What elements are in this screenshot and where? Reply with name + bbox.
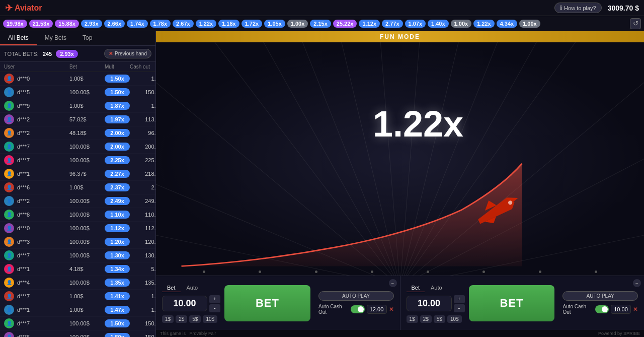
panel1-tab-bet[interactable]: Bet [162,284,181,292]
username: d***2 [17,198,30,204]
mult-tag-0[interactable]: 19.98x [3,20,27,28]
graph-dot [595,271,597,273]
mult-tag-4[interactable]: 2.66x [104,20,125,28]
mult-tag-1[interactable]: 21.53x [29,20,53,28]
previous-hand-button[interactable]: ✕ Previous hand [104,49,151,58]
panel1-amount-minus[interactable]: - [209,304,220,312]
mult-tag-11[interactable]: 1.05x [264,20,285,28]
mult-tag-14[interactable]: 25.22x [333,20,357,28]
avatar: 👤 [4,196,14,206]
panel2-close-cashout[interactable]: ✕ [633,306,638,313]
bet-value: 1.00$ [69,103,105,109]
mult-value: 1.41x [105,292,130,300]
mult-tag-12[interactable]: 1.00x [287,20,308,28]
panel1-amount-input[interactable] [162,296,207,311]
quick-amount-button[interactable]: 10$ [203,315,217,323]
panel1-tab-auto[interactable]: Auto [182,284,203,292]
header: ✈ Aviator ℹ How to play? 3009.70 $ [0,0,644,16]
mult-value: 1.47x [105,306,130,314]
panel1-cashout-value[interactable] [367,305,387,314]
close-icon: ✕ [109,51,113,56]
quick-amount-button[interactable]: 2$ [176,315,187,323]
panel1-amount-plus[interactable]: + [209,295,220,303]
mult-tag-10[interactable]: 1.72x [242,20,263,28]
mult-value: 1.30x [105,251,130,259]
username: d***6 [17,184,30,190]
main-layout: All BetsMy BetsTop TOTAL BETS: 245 2.93x… [0,31,644,337]
quick-amount-button[interactable]: 2$ [420,315,432,323]
table-row: 👤d***91.00$1.87x1.87$ [0,99,155,113]
table-row: 👤d***7100.00$1.30x130.00$ [0,249,155,262]
bet-value: 100.00$ [69,144,105,150]
tab-my-bets[interactable]: My Bets [37,31,74,45]
how-to-play-button[interactable]: ℹ How to play? [554,3,602,13]
graph-dot [539,271,541,273]
panel2-amount-minus[interactable]: - [454,304,465,312]
panel2-amount-plus[interactable]: + [454,295,465,303]
panel2-cashout-toggle[interactable] [595,305,609,313]
mult-tag-8[interactable]: 1.22x [196,20,217,28]
panel2-tab-auto[interactable]: Auto [426,284,447,292]
mult-badge: 2.93x [56,50,78,58]
quick-amount-button[interactable]: 5$ [189,315,201,323]
panel2-minimize-button[interactable]: − [633,279,641,287]
panel1-close-cashout[interactable]: ✕ [389,306,394,313]
mult-tag-22[interactable]: 1.00x [519,20,540,28]
mult-value: 2.27x [105,170,130,178]
mult-tag-2[interactable]: 15.88x [55,20,79,28]
mult-tag-19[interactable]: 1.00x [451,20,472,28]
mult-tag-15[interactable]: 1.12x [359,20,380,28]
username: d***1 [17,171,30,177]
panel2-tab-bet[interactable]: Bet [407,284,425,292]
game-area: FUN MODE [156,31,644,337]
quick-amount-button[interactable]: 5$ [434,315,445,323]
cashout-value: 96.37$ [130,130,155,136]
bet-value: 1.00$ [69,293,105,299]
panel1-cashout-toggle[interactable] [351,305,365,313]
graph-bottom-dots [156,271,644,273]
user-cell: 👤d***1 [4,264,69,274]
username: d***0 [17,225,30,231]
panel1-bet-button[interactable]: BET [224,285,310,321]
bet-value: 100.00$ [69,334,105,337]
panel1-quick-amounts: 1$2$5$10$ [162,315,220,323]
mult-refresh-button[interactable]: ↺ [630,18,641,29]
panel1-auto-cashout-row: Auto Cash Out ✕ [318,304,394,315]
footer-powered: Powered by SPRIBE [598,331,640,336]
table-row: 👤d***257.82$1.97x113.91$ [0,113,155,126]
quick-amount-button[interactable]: 1$ [162,315,174,323]
mult-tag-20[interactable]: 1.22x [473,20,495,28]
tab-all-bets[interactable]: All Bets [0,31,37,45]
panel1-minimize-button[interactable]: − [389,279,397,287]
col-header-bet: Bet [69,64,105,70]
tab-top[interactable]: Top [74,31,100,45]
panel2-cashout-value[interactable] [611,305,631,314]
panel1-auto-play-button[interactable]: AUTO PLAY [318,291,394,301]
mult-tag-3[interactable]: 2.93x [81,20,102,28]
bet-value: 100.00$ [69,157,105,163]
mult-tag-18[interactable]: 1.40x [428,20,449,28]
bets-table: 👤d***01.00$1.50x1.50$👤d***5100.00$1.50x1… [0,72,155,337]
avatar: 👤 [4,169,14,179]
avatar: 👤 [4,74,14,84]
username: d***4 [17,280,30,286]
panel2-bet-button[interactable]: BET [469,285,555,321]
panel2-amount-input[interactable] [407,296,452,311]
quick-amount-button[interactable]: 1$ [407,315,418,323]
mult-tag-16[interactable]: 2.77x [382,20,403,28]
mult-tag-7[interactable]: 2.67x [173,20,194,28]
graph-dot [259,271,261,273]
quick-amount-button[interactable]: 10$ [447,315,462,323]
mult-tag-9[interactable]: 1.18x [218,20,239,28]
avatar: 👤 [4,278,14,288]
panel2-auto-play-button[interactable]: AUTO PLAY [562,291,638,301]
mult-tag-13[interactable]: 2.15x [310,20,331,28]
avatar: 👤 [4,318,14,328]
graph-container: 1.22x [156,42,644,276]
mult-tag-17[interactable]: 1.07x [405,20,426,28]
mult-tag-6[interactable]: 1.78x [150,20,171,28]
mult-tag-21[interactable]: 4.34x [497,20,518,28]
mult-tag-5[interactable]: 1.74x [127,20,148,28]
avatar: 👤 [4,114,14,124]
cashout-value: 200.00$ [130,144,155,150]
